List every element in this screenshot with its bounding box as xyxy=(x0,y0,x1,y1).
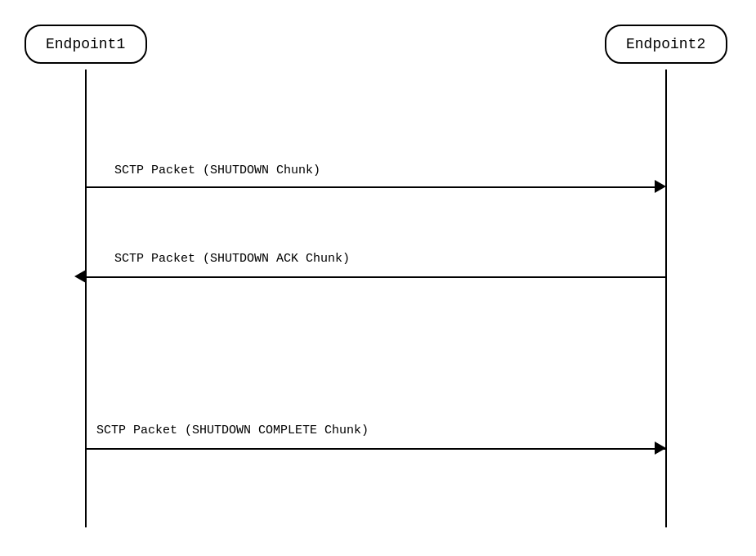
sequence-diagram: Endpoint1 Endpoint2 SCTP Packet (SHUTDOW… xyxy=(0,0,756,556)
arrow2-label: SCTP Packet (SHUTDOWN ACK Chunk) xyxy=(114,252,350,266)
arrow2-line xyxy=(86,276,666,278)
arrow3-arrowhead xyxy=(655,442,666,455)
arrow3-line xyxy=(86,448,666,450)
arrow3-label: SCTP Packet (SHUTDOWN COMPLETE Chunk) xyxy=(96,424,369,437)
arrow1-arrowhead xyxy=(655,180,666,193)
endpoint1-label: Endpoint1 xyxy=(46,36,125,52)
endpoint1-box: Endpoint1 xyxy=(25,25,147,64)
endpoint2-box: Endpoint2 xyxy=(605,25,727,64)
endpoint2-label: Endpoint2 xyxy=(626,36,705,52)
lifeline-endpoint1 xyxy=(85,70,87,527)
arrow2-arrowhead xyxy=(74,270,86,283)
arrow1-line xyxy=(86,186,655,188)
arrow1-label: SCTP Packet (SHUTDOWN Chunk) xyxy=(114,164,320,177)
lifeline-endpoint2 xyxy=(665,70,667,527)
